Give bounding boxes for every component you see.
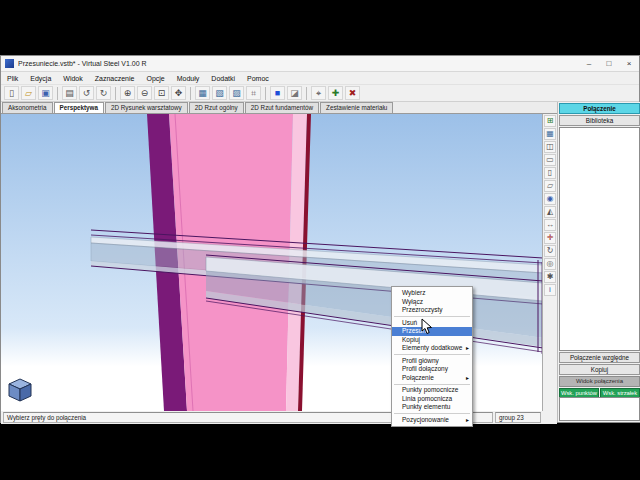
dimension-tool-icon[interactable]: ↔ <box>544 219 556 231</box>
mouse-cursor <box>421 318 433 336</box>
profile-tool-icon[interactable]: ◫ <box>544 141 556 153</box>
pan-icon[interactable]: ✥ <box>171 86 186 100</box>
menu-bar: Plik Edycja Widok Zaznaczenie Opcje Modu… <box>1 72 639 85</box>
menu-pomoc[interactable]: Pomoc <box>241 72 275 85</box>
grid-3d-icon[interactable]: ▦ <box>544 128 556 140</box>
tab-zestawienie-materialu[interactable]: Zestawienie materiału <box>320 102 393 113</box>
column-tool-icon[interactable]: ▯ <box>544 167 556 179</box>
context-menu-item-punkty-pomocnicze[interactable]: Punkty pomocnicze <box>392 386 472 395</box>
undo-icon[interactable]: ↺ <box>79 86 94 100</box>
side-toolbar: ⊞▦◫▭▯▱◉◭↔✛↻◎✱i <box>543 114 557 411</box>
window-title: Przesuniecie.vstb* - Virtual Steel V1.00… <box>18 60 579 67</box>
plate-tool-icon[interactable]: ▱ <box>544 180 556 192</box>
zoom-out-icon[interactable]: ⊖ <box>137 86 152 100</box>
app-icon <box>5 59 14 68</box>
tab-2d-rzut-ogolny[interactable]: 2D Rzut ogólny <box>189 102 244 113</box>
menu-widok[interactable]: Widok <box>57 72 88 85</box>
menu-separator <box>394 384 470 385</box>
toolbar-divider <box>115 87 116 100</box>
relative-connection-button[interactable]: Połączenie względne <box>559 352 640 363</box>
secondary-list[interactable] <box>559 397 640 421</box>
menu-separator <box>394 413 470 414</box>
tab-aksonometria[interactable]: Aksonometria <box>2 102 53 113</box>
camera-icon[interactable]: ◎ <box>544 258 556 270</box>
info-icon[interactable]: i <box>544 284 556 296</box>
color-swatch-icon[interactable]: ■ <box>270 86 285 100</box>
tab-2d-rzut-fundamentow[interactable]: 2D Rzut fundamentów <box>245 102 319 113</box>
toolbar: ▯▱▣▤↺↻⊕⊖⊡✥▦▧▨⌗■◪⌖✚✖ <box>1 85 639 102</box>
zoom-in-icon[interactable]: ⊕ <box>120 86 135 100</box>
settings-icon[interactable]: ✱ <box>544 271 556 283</box>
beam-tool-icon[interactable]: ▭ <box>544 154 556 166</box>
toolbar-divider <box>306 87 307 100</box>
menu-dodatki[interactable]: Dodatki <box>205 72 241 85</box>
toolbar-divider <box>190 87 191 100</box>
connection-tool-icon[interactable]: ⊞ <box>544 115 556 127</box>
save-icon[interactable]: ▣ <box>38 86 53 100</box>
menu-opcje[interactable]: Opcje <box>140 72 170 85</box>
menu-zaznaczenie[interactable]: Zaznaczenie <box>89 72 141 85</box>
close-button[interactable]: × <box>619 56 639 72</box>
title-bar: Przesuniecie.vstb* - Virtual Steel V1.00… <box>1 56 639 72</box>
context-menu-item-profil-dolaczony[interactable]: Profil dołączony <box>392 365 472 374</box>
context-menu-item-elementy-dodatkowe[interactable]: Elementy dodatkowe <box>392 344 472 353</box>
delete-element-icon[interactable]: ✖ <box>345 86 360 100</box>
connection-list[interactable] <box>559 127 640 351</box>
measure-icon[interactable]: ⌖ <box>311 86 326 100</box>
bolt-tool-icon[interactable]: ◉ <box>544 193 556 205</box>
render-icon[interactable]: ◪ <box>287 86 302 100</box>
redo-icon[interactable]: ↻ <box>96 86 111 100</box>
wireframe-icon[interactable]: ▧ <box>212 86 227 100</box>
status-bar: Wybierz pręty do połączenia group 23 <box>1 411 557 424</box>
letterbox: Przesuniecie.vstb* - Virtual Steel V1.00… <box>0 0 640 480</box>
context-menu-item-kopiuj[interactable]: Kopiuj <box>392 336 472 345</box>
select-mode-icon[interactable]: ▦ <box>195 86 210 100</box>
copy-button[interactable]: Kopiuj <box>559 364 640 375</box>
tab-bar: Aksonometria Perspektywa 2D Rysunek wars… <box>1 102 557 114</box>
zoom-window-icon[interactable]: ⊡ <box>154 86 169 100</box>
panel-section-label: Widok połączenia <box>559 376 640 387</box>
context-menu-item-przezroczysty[interactable]: Przezroczysty <box>392 306 472 315</box>
axis-indicator <box>7 377 33 403</box>
add-element-icon[interactable]: ✚ <box>328 86 343 100</box>
tab-perspektywa[interactable]: Perspektywa <box>54 102 105 113</box>
new-file-icon[interactable]: ▯ <box>4 86 19 100</box>
maximize-button[interactable]: □ <box>599 56 619 72</box>
context-menu: Wybierz Wyłącz Przezroczysty Usuń Przesu… <box>391 286 473 427</box>
context-menu-item-wylacz[interactable]: Wyłącz <box>392 298 472 307</box>
app-window: Przesuniecie.vstb* - Virtual Steel V1.00… <box>0 55 640 423</box>
menu-moduly[interactable]: Moduły <box>171 72 206 85</box>
status-group-field: group 23 <box>495 412 541 423</box>
grid-icon[interactable]: ⌗ <box>246 86 261 100</box>
panel-tab-polaczenie[interactable]: Połączenie <box>559 103 640 114</box>
open-file-icon[interactable]: ▱ <box>21 86 36 100</box>
context-menu-item-polaczenie[interactable]: Połączenie <box>392 374 472 383</box>
context-menu-item-profil-glowny[interactable]: Profil główny <box>392 357 472 366</box>
menu-separator <box>394 354 470 355</box>
menu-plik[interactable]: Plik <box>1 72 24 85</box>
menu-separator <box>394 316 470 317</box>
weld-tool-icon[interactable]: ◭ <box>544 206 556 218</box>
context-menu-item-punkty-elementu[interactable]: Punkty elementu <box>392 403 472 412</box>
status-message: Wybierz pręty do połączenia <box>3 412 415 423</box>
context-menu-item-linia-pomocnicza[interactable]: Linia pomocnicza <box>392 395 472 404</box>
rotate-view-icon[interactable]: ↻ <box>544 245 556 257</box>
panel-tab-biblioteka[interactable]: Biblioteka <box>559 115 640 126</box>
shaded-view-icon[interactable]: ▨ <box>229 86 244 100</box>
context-menu-item-pozycjonowanie[interactable]: Pozycjonowanie <box>392 416 472 425</box>
minimize-button[interactable]: – <box>579 56 599 72</box>
right-panel: Połączenie Biblioteka Połączenie względn… <box>557 102 640 422</box>
context-menu-item-wybierz[interactable]: Wybierz <box>392 289 472 298</box>
tab-2d-rysunek-warsztatowy[interactable]: 2D Rysunek warsztatowy <box>105 102 188 113</box>
print-icon[interactable]: ▤ <box>62 86 77 100</box>
toolbar-divider <box>57 87 58 100</box>
axis-tool-icon[interactable]: ✛ <box>544 232 556 244</box>
toolbar-divider <box>265 87 266 100</box>
menu-edycja[interactable]: Edycja <box>24 72 57 85</box>
